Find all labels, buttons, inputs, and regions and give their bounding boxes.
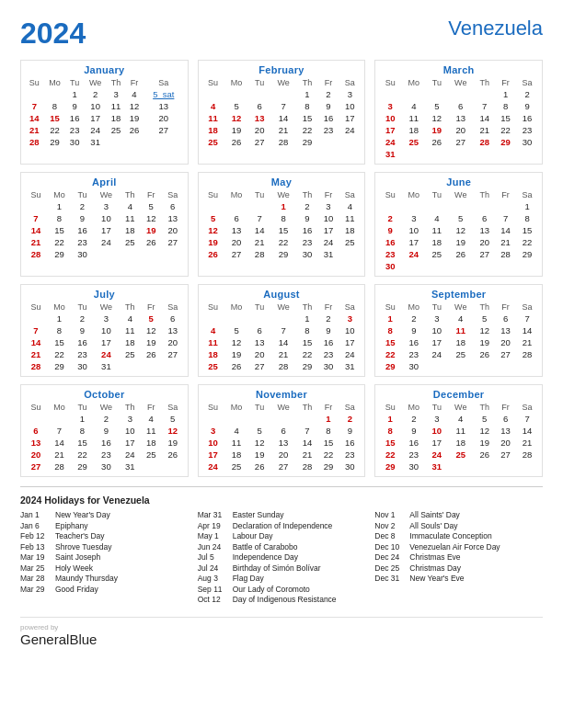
calendar-day: 23 [401, 449, 426, 461]
calendar-day: 27 [447, 136, 474, 148]
calendar-day: 25 [120, 348, 141, 360]
calendar-day: 1 [270, 200, 297, 212]
calendar-day: 28 [270, 360, 297, 372]
holiday-column: Nov 1All Saints' DayNov 2All Souls' DayD… [374, 510, 543, 606]
calendar-day: 19 [224, 124, 249, 136]
calendar-day: 31 [317, 248, 339, 260]
calendar-day: 11 [447, 324, 474, 336]
brand-general: General [20, 631, 69, 647]
day-header: Tu [65, 77, 84, 88]
calendar-day: 18 [107, 112, 125, 124]
calendar-day: 16 [379, 236, 401, 248]
day-header: Sa [516, 301, 538, 313]
day-header: Sa [162, 189, 184, 200]
calendar-day: 22 [379, 348, 401, 360]
calendar-day: 7 [297, 425, 318, 437]
calendar-day: 20 [495, 437, 516, 449]
month-name: February [202, 64, 362, 75]
calendar-day [401, 200, 426, 212]
calendar-day [224, 313, 249, 324]
calendar-day [495, 148, 516, 160]
calendar-day: 24 [202, 461, 224, 472]
calendar-day: 14 [474, 112, 495, 124]
calendar-day: 25 [224, 461, 249, 472]
calendar-day: 8 [47, 324, 72, 336]
calendar-day: 9 [379, 224, 401, 236]
calendar-day: 18 [120, 224, 141, 236]
calendar-table: SuMoTuWeThFrSa12345_sat78910111213141516… [25, 77, 184, 148]
calendar-day: 30 [401, 360, 426, 372]
holiday-item: Dec 24Christmas Eve [374, 552, 543, 562]
calendar-day: 7 [516, 313, 538, 324]
month-block: FebruarySuMoTuWeThFrSa123456789101112131… [198, 60, 366, 165]
calendar-table: SuMoTuWeThFrSa12345678910111213141516171… [379, 402, 538, 472]
calendar-day [25, 313, 47, 324]
holiday-name: Saint Joseph [55, 552, 100, 562]
holiday-item: Mar 29Good Friday [20, 585, 189, 594]
day-header: Mo [47, 301, 72, 313]
holiday-name: Independence Day [233, 552, 298, 562]
day-header: Mo [224, 189, 249, 200]
holiday-column: Jan 1New Year's DayJan 6EpiphanyFeb 12Te… [20, 510, 189, 606]
calendar-day: 25 [202, 360, 224, 372]
holidays-title: 2024 Holidays for Venezuela [20, 495, 543, 506]
holiday-name: All Souls' Day [409, 521, 457, 530]
day-header: Tu [72, 402, 93, 413]
calendar-day [516, 461, 538, 472]
calendar-day [25, 88, 44, 100]
calendar-day: 7 [270, 100, 297, 112]
holiday-column: Mar 31Easter SundayApr 19Declaration of … [198, 510, 366, 606]
calendar-day: 3 [317, 200, 339, 212]
calendar-day: 21 [297, 449, 318, 461]
calendar-day: 11 [224, 437, 249, 449]
holiday-date: Mar 31 [198, 510, 229, 519]
calendar-day: 21 [270, 124, 297, 136]
holiday-item: Feb 13Shrove Tuesday [20, 542, 189, 552]
day-header: Sa [162, 402, 184, 413]
calendar-day: 31 [379, 148, 401, 160]
holiday-date: Feb 13 [20, 542, 52, 552]
day-header: We [270, 189, 297, 200]
calendar-day: 6 [162, 313, 184, 324]
calendar-day: 7 [474, 100, 495, 112]
calendar-day: 28 [25, 136, 44, 148]
calendar-day: 3 [401, 212, 426, 224]
calendar-day: 22 [270, 236, 297, 248]
calendar-day: 7 [270, 324, 297, 336]
holiday-date: Dec 31 [374, 574, 406, 583]
calendar-day: 1 [379, 413, 401, 425]
calendar-day: 17 [317, 224, 339, 236]
day-header: Sa [516, 402, 538, 413]
calendar-day: 22 [297, 124, 318, 136]
calendar-day [339, 248, 361, 260]
day-header: Su [379, 301, 401, 313]
calendar-day [401, 88, 426, 100]
holiday-date: Jul 5 [198, 552, 229, 562]
calendar-day: 16 [317, 336, 339, 348]
calendar-day: 31 [120, 461, 141, 472]
calendar-day: 6 [270, 425, 297, 437]
holiday-date: Mar 28 [20, 574, 52, 583]
day-header: Mo [401, 77, 426, 88]
calendar-day [224, 200, 249, 212]
calendar-day: 10 [379, 112, 401, 124]
calendar-day: 25 [426, 248, 447, 260]
calendar-day: 12 [224, 336, 249, 348]
calendar-day: 20 [474, 236, 495, 248]
calendar-day: 5 [202, 212, 224, 224]
day-header: Sa [144, 77, 184, 88]
calendar-day: 17 [426, 437, 447, 449]
calendar-day [270, 313, 297, 324]
calendar-day: 22 [317, 449, 339, 461]
calendar-day: 17 [339, 112, 361, 124]
day-header: Fr [495, 301, 516, 313]
calendar-day [224, 413, 249, 425]
calendar-day: 18 [224, 449, 249, 461]
calendar-day [202, 88, 224, 100]
calendar-day: 10 [339, 324, 361, 336]
calendar-day: 12 [249, 437, 270, 449]
calendar-day [516, 260, 538, 272]
calendar-day: 14 [516, 324, 538, 336]
calendar-day: 13 [495, 324, 516, 336]
calendar-day: 5 [249, 425, 270, 437]
